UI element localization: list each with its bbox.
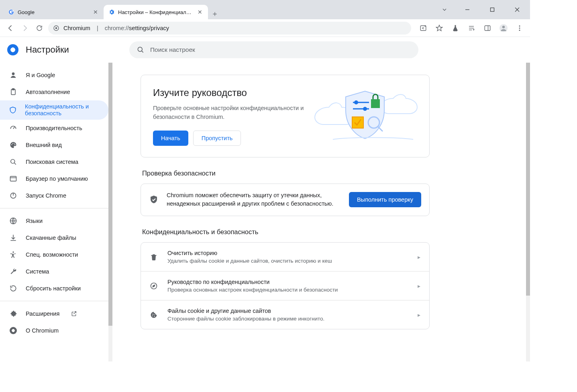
sidebar-item-label: О Chromium <box>26 327 59 334</box>
search-placeholder: Поиск настроек <box>150 46 195 53</box>
privacy-guide-hero-card: Изучите руководство Проверьте основные н… <box>141 75 430 157</box>
svg-point-42 <box>363 107 367 111</box>
tab-search-icon[interactable] <box>438 6 451 13</box>
download-icon <box>9 233 18 242</box>
svg-point-6 <box>55 27 57 29</box>
sidebar-item-reset[interactable]: Сбросить настройки <box>0 280 108 297</box>
privacy-section-title: Конфиденциальность и безопасность <box>141 228 430 236</box>
svg-rect-23 <box>12 89 14 90</box>
svg-point-50 <box>152 314 153 314</box>
sidebar-item-autofill[interactable]: Автозаполнение <box>0 84 108 100</box>
nav-reload-button[interactable] <box>34 22 45 34</box>
browser-tab-google[interactable]: Google ✕ <box>3 5 104 19</box>
hero-start-button[interactable]: Начать <box>153 131 188 146</box>
svg-point-16 <box>519 25 520 27</box>
settings-header: Настройки Поиск настроек <box>0 37 530 63</box>
tab-title: Настройки – Конфиденциально <box>118 9 194 15</box>
safety-run-button[interactable]: Выполнить проверку <box>349 192 421 207</box>
chevron-right-icon: ▸ <box>418 254 420 260</box>
speed-icon <box>9 124 18 133</box>
power-icon <box>9 191 18 200</box>
new-tab-button[interactable]: ＋ <box>208 9 222 18</box>
close-tab-icon[interactable]: ✕ <box>92 8 99 16</box>
sidebar-item-about[interactable]: О Chromium <box>0 322 108 339</box>
sidebar-item-privacy[interactable]: Конфиденциальность и безопасность <box>0 100 108 120</box>
browser-tab-settings[interactable]: Настройки – Конфиденциально ✕ <box>104 5 208 19</box>
nav-forward-button[interactable] <box>19 22 31 34</box>
sidebar-item-label: Конфиденциальность и безопасность <box>25 103 100 116</box>
sidebar-scrollbar[interactable] <box>108 63 112 361</box>
sidepanel-icon[interactable] <box>482 22 493 34</box>
share-icon[interactable] <box>418 22 429 34</box>
kebab-menu-icon[interactable] <box>514 22 525 34</box>
svg-rect-44 <box>352 117 363 128</box>
sidebar-item-label: Производительность <box>26 125 82 131</box>
sidebar-item-default-browser[interactable]: Браузер по умолчанию <box>0 170 108 187</box>
svg-rect-31 <box>10 176 16 181</box>
window-maximize-button[interactable] <box>483 2 501 18</box>
settings-item-clear-history[interactable]: Очистить историю Удалить файлы cookie и … <box>141 243 429 272</box>
nav-back-button[interactable] <box>5 22 16 34</box>
privacy-settings-list: Очистить историю Удалить файлы cookie и … <box>141 242 430 329</box>
reading-list-icon[interactable] <box>466 22 477 34</box>
sidebar-item-system[interactable]: Система <box>0 263 108 280</box>
settings-item-title: Файлы cookie и другие данные сайтов <box>167 308 409 314</box>
palette-icon <box>9 141 18 149</box>
settings-search[interactable]: Поиск настроек <box>129 41 418 58</box>
sidebar-item-label: Браузер по умолчанию <box>26 176 88 182</box>
tab-title: Google <box>18 9 89 15</box>
settings-item-subtitle: Сторонние файлы cookie заблокированы в р… <box>167 316 409 322</box>
window-minimize-button[interactable] <box>459 2 476 18</box>
hero-illustration <box>309 83 421 147</box>
shield-icon <box>9 106 17 114</box>
puzzle-icon <box>9 309 18 318</box>
close-tab-icon[interactable]: ✕ <box>197 8 203 16</box>
svg-line-30 <box>14 163 16 165</box>
chevron-right-icon: ▸ <box>418 283 420 289</box>
svg-point-40 <box>354 100 358 104</box>
settings-title: Настройки <box>26 45 69 55</box>
site-info-icon[interactable] <box>53 25 59 31</box>
bookmark-icon[interactable] <box>434 22 445 34</box>
sidebar-item-extensions[interactable]: Расширения <box>0 305 108 322</box>
address-bar[interactable]: Chromium | chrome://settings/privacy <box>48 22 411 35</box>
accessibility-icon <box>9 250 18 259</box>
safety-section-title: Проверка безопасности <box>141 169 430 177</box>
compass-icon <box>150 282 159 290</box>
sidebar-item-label: Языки <box>26 218 43 224</box>
svg-rect-12 <box>485 26 490 31</box>
sidebar-item-search-engine[interactable]: Поисковая система <box>0 153 108 170</box>
hero-skip-button[interactable]: Пропустить <box>193 131 241 146</box>
sidebar-item-performance[interactable]: Производительность <box>0 120 108 137</box>
labs-icon[interactable] <box>450 22 461 34</box>
safety-check-card: Chromium поможет обеспечить защиту от ут… <box>141 184 430 216</box>
sidebar-item-label: Расширения <box>26 310 59 317</box>
svg-point-17 <box>519 27 520 29</box>
settings-main: Изучите руководство Проверьте основные н… <box>112 63 525 329</box>
settings-item-cookies[interactable]: Файлы cookie и другие данные сайтов Стор… <box>141 300 429 329</box>
external-link-icon <box>71 310 77 317</box>
sidebar-item-you-and-google[interactable]: Я и Google <box>0 67 108 84</box>
window-close-button[interactable] <box>508 2 526 18</box>
svg-point-53 <box>154 314 155 315</box>
settings-item-subtitle: Удалить файлы cookie и данные сайтов, оч… <box>167 258 409 264</box>
sidebar-item-downloads[interactable]: Скачанные файлы <box>0 229 108 246</box>
main-scrollbar[interactable] <box>526 63 530 361</box>
sidebar-item-accessibility[interactable]: Спец. возможности <box>0 246 108 263</box>
sidebar-item-label: Я и Google <box>26 72 55 78</box>
sidebar-item-appearance[interactable]: Внешний вид <box>0 137 108 153</box>
svg-point-19 <box>138 47 142 51</box>
hero-body: Проверьте основные настройки конфиденциа… <box>153 104 305 122</box>
settings-item-privacy-guide[interactable]: Руководство по конфиденциальности Провер… <box>141 272 429 300</box>
settings-item-subtitle: Проверка основных настроек конфиденциаль… <box>167 287 409 293</box>
svg-point-21 <box>12 72 15 75</box>
sidebar-item-label: Спец. возможности <box>26 251 78 258</box>
svg-rect-7 <box>420 26 426 31</box>
sidebar-item-on-startup[interactable]: Запуск Chrome <box>0 187 108 204</box>
svg-rect-43 <box>371 99 380 108</box>
settings-sidebar: Я и Google Автозаполнение Конфиденциальн… <box>0 63 112 361</box>
profile-avatar-icon[interactable] <box>498 22 509 34</box>
url-origin: Chromium <box>63 25 90 31</box>
svg-point-51 <box>152 315 153 316</box>
sidebar-item-languages[interactable]: Языки <box>0 212 108 229</box>
